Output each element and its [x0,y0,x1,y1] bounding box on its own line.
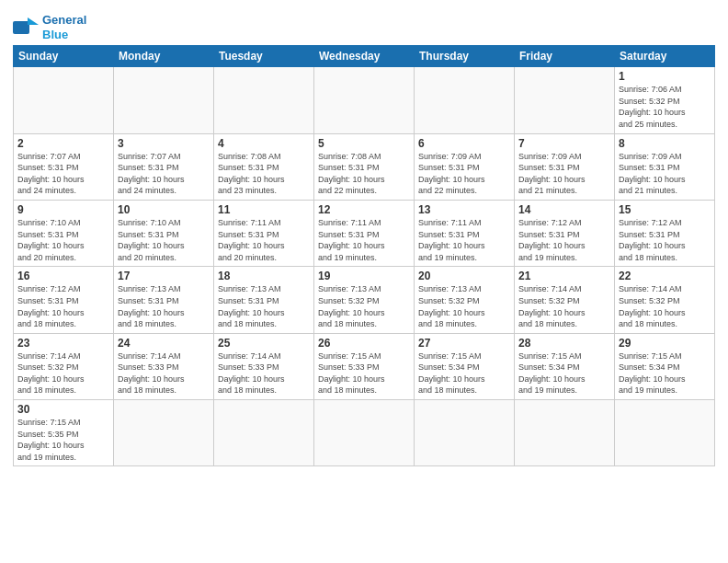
svg-rect-0 [13,21,29,34]
day-info: Sunrise: 7:13 AM Sunset: 5:31 PM Dayligh… [218,283,310,329]
calendar-cell: 17Sunrise: 7:13 AM Sunset: 5:31 PM Dayli… [114,267,214,333]
day-info: Sunrise: 7:11 AM Sunset: 5:31 PM Dayligh… [418,217,510,263]
calendar-cell: 24Sunrise: 7:14 AM Sunset: 5:33 PM Dayli… [114,333,214,399]
day-info: Sunrise: 7:13 AM Sunset: 5:32 PM Dayligh… [318,283,410,329]
calendar-week-row: 16Sunrise: 7:12 AM Sunset: 5:31 PM Dayli… [14,267,715,333]
calendar-cell: 1Sunrise: 7:06 AM Sunset: 5:32 PM Daylig… [615,67,715,133]
day-number: 10 [118,203,210,216]
day-number: 11 [218,203,310,216]
calendar-cell [214,400,314,466]
weekday-header-thursday: Thursday [415,46,515,67]
day-number: 7 [518,137,610,150]
weekday-header-row: SundayMondayTuesdayWednesdayThursdayFrid… [14,46,715,67]
calendar-week-row: 9Sunrise: 7:10 AM Sunset: 5:31 PM Daylig… [14,200,715,266]
page-header: General Blue [13,9,715,41]
calendar-cell [14,67,114,133]
calendar-week-row: 30Sunrise: 7:15 AM Sunset: 5:35 PM Dayli… [14,400,715,466]
calendar-cell [515,400,615,466]
calendar-cell: 6Sunrise: 7:09 AM Sunset: 5:31 PM Daylig… [415,133,515,200]
calendar-cell: 8Sunrise: 7:09 AM Sunset: 5:31 PM Daylig… [615,133,715,200]
calendar-week-row: 23Sunrise: 7:14 AM Sunset: 5:32 PM Dayli… [14,333,715,399]
day-info: Sunrise: 7:07 AM Sunset: 5:31 PM Dayligh… [118,151,210,197]
calendar-week-row: 2Sunrise: 7:07 AM Sunset: 5:31 PM Daylig… [14,133,715,200]
day-number: 21 [518,270,610,282]
weekday-header-monday: Monday [114,46,214,67]
day-info: Sunrise: 7:09 AM Sunset: 5:31 PM Dayligh… [518,151,610,197]
calendar-cell: 29Sunrise: 7:15 AM Sunset: 5:34 PM Dayli… [615,333,715,399]
day-info: Sunrise: 7:14 AM Sunset: 5:33 PM Dayligh… [218,350,310,396]
calendar-cell [515,67,615,133]
day-number: 1 [619,70,711,83]
day-number: 27 [418,337,510,350]
day-info: Sunrise: 7:14 AM Sunset: 5:32 PM Dayligh… [17,350,109,396]
day-number: 15 [619,203,711,216]
day-info: Sunrise: 7:11 AM Sunset: 5:31 PM Dayligh… [318,217,410,263]
day-info: Sunrise: 7:07 AM Sunset: 5:31 PM Dayligh… [17,151,109,197]
generalblue-logo-icon [13,17,39,38]
day-info: Sunrise: 7:10 AM Sunset: 5:31 PM Dayligh… [17,217,109,263]
logo-text: General Blue [42,13,86,41]
day-number: 20 [418,270,510,282]
day-number: 26 [318,337,410,350]
day-info: Sunrise: 7:12 AM Sunset: 5:31 PM Dayligh… [518,217,610,263]
calendar-cell [415,67,515,133]
calendar-cell [415,400,515,466]
weekday-header-saturday: Saturday [615,46,715,67]
calendar-cell [314,400,415,466]
calendar-week-row: 1Sunrise: 7:06 AM Sunset: 5:32 PM Daylig… [14,67,715,133]
calendar-cell: 28Sunrise: 7:15 AM Sunset: 5:34 PM Dayli… [515,333,615,399]
day-number: 19 [318,270,410,282]
day-info: Sunrise: 7:14 AM Sunset: 5:33 PM Dayligh… [118,350,210,396]
calendar-cell: 20Sunrise: 7:13 AM Sunset: 5:32 PM Dayli… [415,267,515,333]
logo: General Blue [13,13,86,41]
day-number: 13 [418,203,510,216]
calendar-page: General Blue SundayMondayTuesdayWednesda… [0,0,728,563]
day-info: Sunrise: 7:12 AM Sunset: 5:31 PM Dayligh… [17,283,109,329]
calendar-cell: 18Sunrise: 7:13 AM Sunset: 5:31 PM Dayli… [214,267,314,333]
weekday-header-sunday: Sunday [14,46,114,67]
calendar-cell: 11Sunrise: 7:11 AM Sunset: 5:31 PM Dayli… [214,200,314,266]
svg-marker-1 [28,17,39,25]
day-info: Sunrise: 7:11 AM Sunset: 5:31 PM Dayligh… [218,217,310,263]
day-info: Sunrise: 7:09 AM Sunset: 5:31 PM Dayligh… [418,151,510,197]
calendar-cell: 21Sunrise: 7:14 AM Sunset: 5:32 PM Dayli… [515,267,615,333]
calendar-cell: 27Sunrise: 7:15 AM Sunset: 5:34 PM Dayli… [415,333,515,399]
day-number: 17 [118,270,210,282]
day-number: 12 [318,203,410,216]
day-number: 30 [17,403,109,416]
day-number: 25 [218,337,310,350]
day-number: 8 [619,137,711,150]
calendar-cell: 9Sunrise: 7:10 AM Sunset: 5:31 PM Daylig… [14,200,114,266]
calendar-cell: 2Sunrise: 7:07 AM Sunset: 5:31 PM Daylig… [14,133,114,200]
day-info: Sunrise: 7:15 AM Sunset: 5:34 PM Dayligh… [518,350,610,396]
day-number: 6 [418,137,510,150]
calendar-cell: 13Sunrise: 7:11 AM Sunset: 5:31 PM Dayli… [415,200,515,266]
calendar-cell [114,67,214,133]
calendar-cell: 30Sunrise: 7:15 AM Sunset: 5:35 PM Dayli… [14,400,114,466]
calendar-cell: 7Sunrise: 7:09 AM Sunset: 5:31 PM Daylig… [515,133,615,200]
calendar-cell: 22Sunrise: 7:14 AM Sunset: 5:32 PM Dayli… [615,267,715,333]
day-info: Sunrise: 7:15 AM Sunset: 5:35 PM Dayligh… [17,417,109,463]
day-info: Sunrise: 7:13 AM Sunset: 5:32 PM Dayligh… [418,283,510,329]
calendar-cell: 14Sunrise: 7:12 AM Sunset: 5:31 PM Dayli… [515,200,615,266]
calendar-cell: 5Sunrise: 7:08 AM Sunset: 5:31 PM Daylig… [314,133,415,200]
calendar-cell: 15Sunrise: 7:12 AM Sunset: 5:31 PM Dayli… [615,200,715,266]
calendar-cell [114,400,214,466]
day-number: 23 [17,337,109,350]
day-number: 28 [518,337,610,350]
calendar-table: SundayMondayTuesdayWednesdayThursdayFrid… [13,45,715,466]
day-number: 5 [318,137,410,150]
calendar-cell: 16Sunrise: 7:12 AM Sunset: 5:31 PM Dayli… [14,267,114,333]
day-number: 9 [17,203,109,216]
day-number: 18 [218,270,310,282]
day-number: 14 [518,203,610,216]
day-info: Sunrise: 7:08 AM Sunset: 5:31 PM Dayligh… [318,151,410,197]
calendar-cell: 23Sunrise: 7:14 AM Sunset: 5:32 PM Dayli… [14,333,114,399]
weekday-header-tuesday: Tuesday [214,46,314,67]
day-number: 2 [17,137,109,150]
calendar-cell: 3Sunrise: 7:07 AM Sunset: 5:31 PM Daylig… [114,133,214,200]
calendar-cell [214,67,314,133]
weekday-header-wednesday: Wednesday [314,46,415,67]
day-info: Sunrise: 7:14 AM Sunset: 5:32 PM Dayligh… [518,283,610,329]
day-number: 22 [619,270,711,282]
